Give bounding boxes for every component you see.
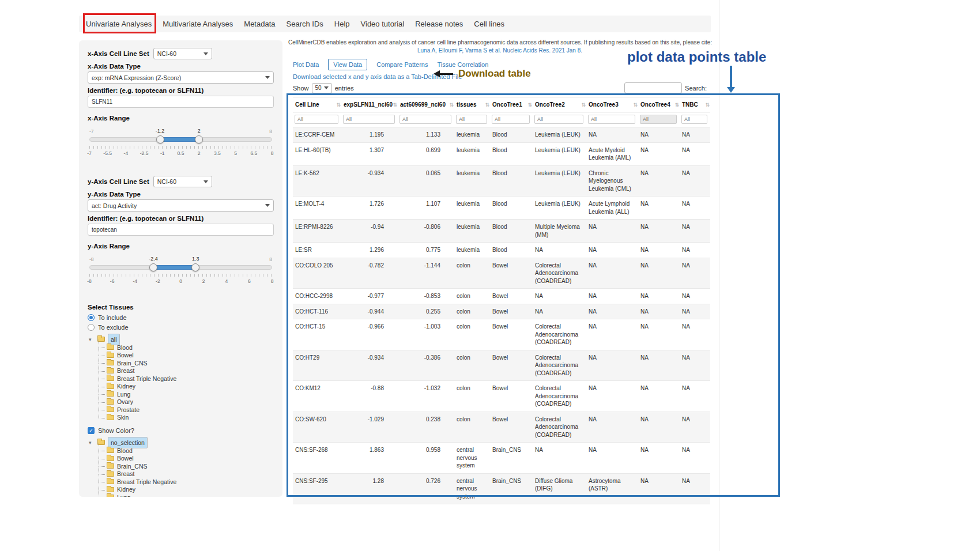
column-filter-act609699-nci60[interactable] <box>399 115 451 124</box>
tree-node-lung[interactable]: Lung <box>97 390 274 398</box>
column-header-expslfn11-nci60[interactable]: expSLFN11_nci60⇅ <box>341 97 398 112</box>
annotation-plot-table-text: plot data points table <box>627 49 766 65</box>
column-header-label: OncoTree2 <box>535 101 565 108</box>
table-cell: CO:HT29 <box>293 350 341 381</box>
nav-item-help[interactable]: Help <box>334 20 350 28</box>
filter-cell <box>454 112 490 127</box>
filter-cell <box>586 112 638 127</box>
radio-unselected-icon <box>88 324 95 331</box>
column-header-tnbc[interactable]: TNBC⇅ <box>680 97 710 112</box>
entries-select[interactable]: 50 <box>312 83 332 93</box>
column-filter-oncotree3[interactable] <box>588 115 635 124</box>
y-cell-line-set-select[interactable]: NCI-60 <box>153 176 212 187</box>
column-header-oncotree1[interactable]: OncoTree1⇅ <box>490 97 533 112</box>
y-identifier-input[interactable] <box>88 224 274 236</box>
table-row: LE:HL-60(TB)1.3070.699leukemiaBloodLeuke… <box>293 142 710 165</box>
column-header-label: OncoTree1 <box>492 101 522 108</box>
data-table: Cell Line⇅expSLFN11_nci60⇅act609699_nci6… <box>293 97 710 504</box>
column-header-tissues[interactable]: tissues⇅ <box>454 97 490 112</box>
tree-node-brain-cns[interactable]: Brain_CNS <box>97 462 274 470</box>
nav-item-video-tutorial[interactable]: Video tutorial <box>361 20 405 28</box>
tab-view-data[interactable]: View Data <box>328 59 367 70</box>
slider-track[interactable] <box>89 265 272 270</box>
nav-item-univariate-analyses[interactable]: Univariate Analyses <box>86 20 152 28</box>
tree-node-prostate[interactable]: Prostate <box>97 406 274 414</box>
table-cell: NA <box>638 304 680 319</box>
search-input[interactable] <box>624 82 682 93</box>
tree-node-breast[interactable]: Breast <box>97 470 274 478</box>
tab-compare-patterns[interactable]: Compare Patterns <box>376 59 428 70</box>
tab-plot-data[interactable]: Plot Data <box>293 59 319 70</box>
nav-item-search-ids[interactable]: Search IDs <box>287 20 323 28</box>
column-header-oncotree3[interactable]: OncoTree3⇅ <box>586 97 638 112</box>
slider-tick-label: 8 <box>271 150 274 156</box>
folder-icon <box>107 368 114 373</box>
tree-node-skin[interactable]: Skin <box>97 414 274 422</box>
tissues-exclude-radio[interactable]: To exclude <box>88 322 274 332</box>
column-filter-tissues[interactable] <box>456 115 487 124</box>
tree-node-breast-triple-negative[interactable]: Breast Triple Negative <box>97 375 274 383</box>
table-cell: 1.726 <box>341 197 398 220</box>
show-color-checkbox[interactable]: ✓ Show Color? <box>88 425 274 435</box>
x-cell-line-set-select[interactable]: NCI-60 <box>153 48 212 59</box>
tree-node-lung[interactable]: Lung <box>97 493 274 497</box>
table-controls: Show 50 entries Search: <box>293 82 707 93</box>
tree-item-label: Breast Triple Negative <box>117 478 176 485</box>
tree-item-label: Brain_CNS <box>117 463 148 470</box>
tree-node-all[interactable]: ▾all <box>89 335 274 344</box>
tree-node-bowel[interactable]: Bowel <box>97 352 274 360</box>
tree-node-brain-cns[interactable]: Brain_CNS <box>97 359 274 367</box>
tree-node-kidney[interactable]: Kidney <box>97 383 274 391</box>
column-header-act609699-nci60[interactable]: act609699_nci60⇅ <box>398 97 454 112</box>
column-header-cell-line[interactable]: Cell Line⇅ <box>293 97 341 112</box>
folder-icon <box>107 407 114 412</box>
table-cell: NA <box>680 350 710 381</box>
column-header-oncotree2[interactable]: OncoTree2⇅ <box>533 97 586 112</box>
tissues-exclude-label: To exclude <box>98 324 129 331</box>
slider-handle-from[interactable] <box>149 263 157 271</box>
table-cell: NA <box>638 165 680 197</box>
tree-node-kidney[interactable]: Kidney <box>97 486 274 494</box>
nav-item-release-notes[interactable]: Release notes <box>415 20 463 28</box>
table-cell: LE:CCRF-CEM <box>293 127 341 143</box>
tree-node-blood[interactable]: Blood <box>97 447 274 455</box>
tree-open-icon[interactable]: ▾ <box>89 440 95 446</box>
y-cell-line-set-value: NCI-60 <box>157 178 176 185</box>
column-filter-oncotree4[interactable] <box>640 115 677 124</box>
nav-item-cell-lines[interactable]: Cell lines <box>474 20 504 28</box>
nav-item-multivariate-analyses[interactable]: Multivariate Analyses <box>163 20 233 28</box>
sort-icon: ⇅ <box>336 102 341 108</box>
column-header-label: Cell Line <box>295 101 319 108</box>
column-header-oncotree4[interactable]: OncoTree4⇅ <box>638 97 680 112</box>
column-filter-oncotree1[interactable] <box>492 115 530 124</box>
slider-handle-from[interactable] <box>156 135 164 144</box>
slider-handle-to[interactable] <box>195 135 203 144</box>
table-cell: NA <box>533 289 586 304</box>
tree-node-ovary[interactable]: Ovary <box>97 398 274 406</box>
slider-handle-to[interactable] <box>191 263 199 271</box>
tree-node-breast[interactable]: Breast <box>97 367 274 375</box>
sidebar: x-Axis Cell Line Set NCI-60 x-Axis Data … <box>79 40 282 497</box>
tree-node-blood[interactable]: Blood <box>97 344 274 352</box>
column-filter-oncotree2[interactable] <box>534 115 583 124</box>
column-filter-tnbc[interactable] <box>681 115 707 124</box>
column-filter-cell-line[interactable] <box>295 115 338 124</box>
x-data-type-select[interactable]: exp: mRNA Expression (Z-Score) <box>88 71 274 84</box>
tree-node-bowel[interactable]: Bowel <box>97 455 274 463</box>
nav-item-metadata[interactable]: Metadata <box>244 20 275 28</box>
table-cell: CO:SW-620 <box>293 412 341 443</box>
tree-node-breast-triple-negative[interactable]: Breast Triple Negative <box>97 478 274 486</box>
table-cell: NA <box>680 289 710 304</box>
page: Univariate AnalysesMultivariate Analyses… <box>0 0 980 551</box>
entries-label: entries <box>335 85 354 92</box>
annotation-download-text: Download table <box>458 68 531 80</box>
tree-node-no-selection[interactable]: ▾no_selection <box>89 438 274 447</box>
y-data-type-select[interactable]: act: Drug Activity <box>88 199 274 212</box>
tissues-include-radio[interactable]: To include <box>88 312 274 322</box>
select-tissues-label: Select Tissues <box>88 304 274 311</box>
slider-track[interactable] <box>89 137 272 142</box>
table-row: CO:KM12-0.88-1.032colonBowelColorectal A… <box>293 381 710 412</box>
column-filter-expslfn11-nci60[interactable] <box>343 115 395 124</box>
x-identifier-input[interactable] <box>88 96 274 108</box>
tree-open-icon[interactable]: ▾ <box>89 337 95 342</box>
